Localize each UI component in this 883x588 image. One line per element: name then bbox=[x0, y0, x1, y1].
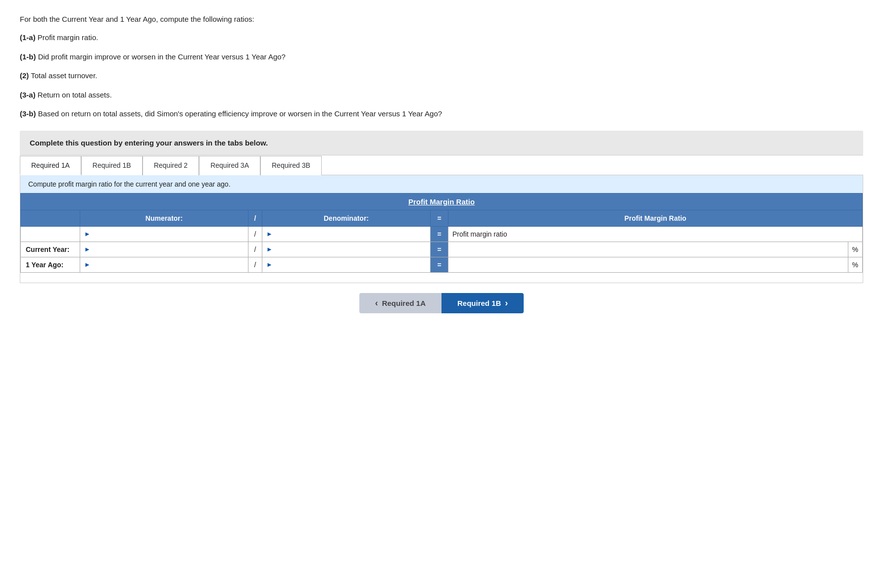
tab-label-3b: Required 3B bbox=[272, 161, 310, 169]
tab-required-1a[interactable]: Required 1A bbox=[20, 156, 81, 175]
question-text-1b: Did profit margin improve or worsen in t… bbox=[38, 52, 286, 61]
div-symbol-2: / bbox=[248, 242, 262, 257]
table-title-row: Profit Margin Ratio bbox=[21, 193, 863, 210]
header-result: Profit Margin Ratio bbox=[448, 210, 863, 226]
question-3a: (3-a) Return on total assets. bbox=[20, 90, 863, 101]
tab-label-3a: Required 3A bbox=[210, 161, 249, 169]
result-input-one-year-ago[interactable] bbox=[804, 260, 844, 270]
navigation-buttons: Required 1A Required 1B bbox=[20, 293, 863, 313]
header-numerator: Numerator: bbox=[80, 210, 248, 226]
question-2: (2) Total asset turnover. bbox=[20, 70, 863, 82]
tab-required-1b[interactable]: Required 1B bbox=[81, 156, 143, 175]
question-label-3a: (3-a) bbox=[20, 91, 36, 99]
header-eq: = bbox=[431, 210, 448, 226]
eq-symbol-1: = bbox=[431, 226, 448, 242]
tab-content-area: Compute profit margin ratio for the curr… bbox=[20, 175, 863, 283]
arrow-icon-num-ya: ► bbox=[84, 261, 91, 268]
table-row: ► / ► = Profit margin ratio bbox=[21, 226, 863, 242]
current-year-label: Current Year: bbox=[21, 242, 80, 257]
table-row-one-year-ago: 1 Year Ago: ► / ► = bbox=[21, 257, 863, 272]
question-label-3b: (3-b) bbox=[20, 109, 36, 118]
arrow-icon-num-header: ► bbox=[84, 230, 91, 238]
result-cell-header: Profit margin ratio bbox=[448, 226, 863, 242]
percent-sign-ya: % bbox=[848, 257, 862, 272]
arrow-icon-den-header: ► bbox=[266, 230, 273, 238]
tabs-container: Required 1A Required 1B Required 2 Requi… bbox=[20, 155, 863, 175]
eq-symbol-2: = bbox=[431, 242, 448, 257]
numerator-input-cell-ya[interactable]: ► bbox=[80, 257, 248, 272]
denominator-input-cell-cy[interactable]: ► bbox=[262, 242, 431, 257]
div-symbol-1: / bbox=[248, 226, 262, 242]
prev-button[interactable]: Required 1A bbox=[359, 293, 442, 313]
header-denominator: Denominator: bbox=[262, 210, 431, 226]
intro-paragraph: For both the Current Year and 1 Year Ago… bbox=[20, 15, 863, 23]
intro-text: For both the Current Year and 1 Year Ago… bbox=[20, 15, 254, 23]
next-button[interactable]: Required 1B bbox=[442, 293, 524, 313]
header-empty-col bbox=[21, 210, 80, 226]
numerator-input-cell-header[interactable]: ► bbox=[80, 226, 248, 242]
chevron-right-icon bbox=[505, 298, 508, 308]
question-3b: (3-b) Based on return on total assets, d… bbox=[20, 108, 863, 120]
one-year-ago-label: 1 Year Ago: bbox=[21, 257, 80, 272]
prev-button-label: Required 1A bbox=[382, 299, 426, 307]
tab-required-3a[interactable]: Required 3A bbox=[199, 156, 260, 175]
result-text-header: Profit margin ratio bbox=[452, 230, 507, 238]
numerator-input-cell-cy[interactable]: ► bbox=[80, 242, 248, 257]
numerator-input-header[interactable] bbox=[93, 229, 244, 239]
denominator-input-current-year[interactable] bbox=[275, 245, 426, 254]
tab-required-2[interactable]: Required 2 bbox=[143, 156, 199, 175]
denominator-input-one-year-ago[interactable] bbox=[275, 260, 426, 270]
question-label-1a: (1-a) bbox=[20, 33, 36, 42]
result-input-cell-ya[interactable] bbox=[448, 257, 848, 272]
arrow-icon-num-cy: ► bbox=[84, 245, 91, 253]
question-1b: (1-b) Did profit margin improve or worse… bbox=[20, 51, 863, 63]
question-1a: (1-a) Profit margin ratio. bbox=[20, 32, 863, 44]
result-input-cell-cy[interactable] bbox=[448, 242, 848, 257]
question-text-2: Total asset turnover. bbox=[31, 71, 97, 80]
result-input-current-year[interactable] bbox=[804, 245, 844, 254]
eq-symbol-3: = bbox=[431, 257, 448, 272]
denominator-input-header[interactable] bbox=[275, 229, 426, 239]
question-label-2: (2) bbox=[20, 71, 29, 80]
question-text-1a: Profit margin ratio. bbox=[38, 33, 98, 42]
question-label-1b: (1-b) bbox=[20, 52, 36, 61]
question-text-3a: Return on total assets. bbox=[38, 91, 112, 99]
profit-margin-table: Profit Margin Ratio Numerator: / Denomin… bbox=[20, 193, 863, 273]
empty-label-cell bbox=[21, 226, 80, 242]
numerator-input-one-year-ago[interactable] bbox=[93, 260, 244, 270]
tab-required-3b[interactable]: Required 3B bbox=[260, 156, 322, 175]
div-symbol-3: / bbox=[248, 257, 262, 272]
tab-content-description: Compute profit margin ratio for the curr… bbox=[20, 175, 863, 193]
denominator-input-cell-ya[interactable]: ► bbox=[262, 257, 431, 272]
instruction-box: Complete this question by entering your … bbox=[20, 131, 863, 155]
tab-label-1b: Required 1B bbox=[93, 161, 131, 169]
tab-label-2: Required 2 bbox=[154, 161, 188, 169]
table-title: Profit Margin Ratio bbox=[21, 193, 863, 210]
percent-sign-cy: % bbox=[848, 242, 862, 257]
tab-label-1a: Required 1A bbox=[31, 161, 70, 169]
arrow-icon-den-ya: ► bbox=[266, 261, 273, 268]
chevron-left-icon bbox=[375, 298, 378, 308]
table-header-row: Numerator: / Denominator: = Profit Margi… bbox=[21, 210, 863, 226]
table-wrapper: Profit Margin Ratio Numerator: / Denomin… bbox=[20, 193, 863, 283]
next-button-label: Required 1B bbox=[457, 299, 501, 307]
arrow-icon-den-cy: ► bbox=[266, 245, 273, 253]
header-div: / bbox=[248, 210, 262, 226]
instruction-text: Complete this question by entering your … bbox=[30, 139, 268, 147]
tab-description-text: Compute profit margin ratio for the curr… bbox=[28, 180, 231, 188]
numerator-input-current-year[interactable] bbox=[93, 245, 244, 254]
denominator-input-cell-header[interactable]: ► bbox=[262, 226, 431, 242]
table-row-current-year: Current Year: ► / ► = bbox=[21, 242, 863, 257]
question-text-3b: Based on return on total assets, did Sim… bbox=[38, 109, 442, 118]
